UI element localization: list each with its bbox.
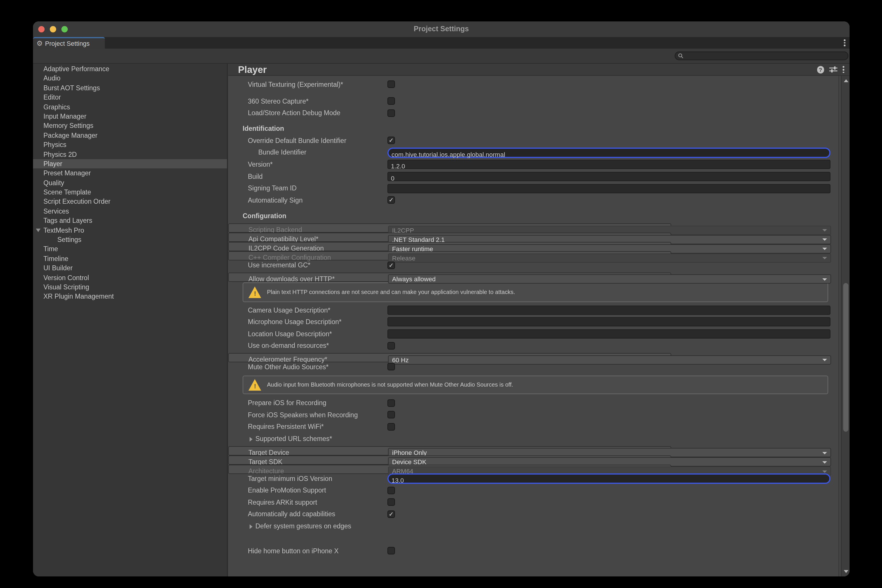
tab-strip-menu-icon[interactable] xyxy=(844,39,846,46)
sidebar-item-label: Player xyxy=(44,160,62,167)
checkbox-override-default-bundle-identifier[interactable]: ✓ xyxy=(388,137,395,144)
sidebar-item-input-manager[interactable]: Input Manager xyxy=(33,112,227,121)
dropdown-value: Always allowed xyxy=(392,276,436,282)
sidebar-item-editor[interactable]: Editor xyxy=(33,93,227,102)
dropdown-allow-downloads-over-http[interactable]: Always allowed xyxy=(388,274,831,284)
chevron-down-icon xyxy=(822,470,827,472)
pane-menu-icon[interactable] xyxy=(843,66,844,73)
textfield-signing-team-id[interactable] xyxy=(388,184,831,193)
setting-label: Use incremental GC* xyxy=(248,259,310,271)
sidebar-item-tags-and-layers[interactable]: Tags and Layers xyxy=(33,216,227,226)
toolbar xyxy=(33,49,850,64)
dropdown-value: Device SDK xyxy=(392,458,427,465)
sidebar-item-quality[interactable]: Quality xyxy=(33,178,227,188)
setting-label: Load/Store Action Debug Mode xyxy=(248,107,341,119)
sidebar-item-timeline[interactable]: Timeline xyxy=(33,254,227,264)
sidebar-item-label: Scene Template xyxy=(44,189,91,196)
textfield-input[interactable] xyxy=(388,332,830,340)
sidebar-item-package-manager[interactable]: Package Manager xyxy=(33,130,227,140)
chevron-down-icon xyxy=(822,238,827,241)
sidebar-item-services[interactable]: Services xyxy=(33,207,227,216)
textfield-bundle-identifier[interactable] xyxy=(388,147,831,158)
checkbox-hide-home-button-on-iphone-x[interactable] xyxy=(388,547,395,554)
foldout-collapsed-icon[interactable] xyxy=(249,524,252,529)
checkbox-360-stereo-capture[interactable] xyxy=(388,97,395,105)
sidebar-item-graphics[interactable]: Graphics xyxy=(33,102,227,112)
sidebar-item-label: Version Control xyxy=(44,274,89,281)
checkbox-load-store-action-debug-mode[interactable] xyxy=(388,110,395,117)
sidebar-item-time[interactable]: Time xyxy=(33,244,227,254)
sidebar-item-label: Adaptive Performance xyxy=(44,65,110,72)
setting-label: 360 Stereo Capture* xyxy=(248,95,309,107)
scrollbar-thumb[interactable] xyxy=(843,283,848,432)
dropdown-value: Faster runtime xyxy=(392,245,433,252)
textfield-camera-usage-description[interactable] xyxy=(388,306,831,315)
player-settings-pane: Player ? Virtual Texturing (Experimental… xyxy=(228,64,850,576)
row-version: Version* xyxy=(228,159,841,171)
sidebar-item-label: Physics 2D xyxy=(44,151,77,158)
textfield-input[interactable] xyxy=(388,186,830,194)
sidebar-item-audio[interactable]: Audio xyxy=(33,74,227,83)
sidebar-item-textmesh-pro[interactable]: TextMesh Pro xyxy=(33,225,227,235)
help-icon[interactable]: ? xyxy=(817,66,824,73)
setting-label: Automatically Sign xyxy=(248,195,303,206)
warning-icon: ! xyxy=(248,379,262,390)
row-360-stereo-capture: 360 Stereo Capture* xyxy=(228,95,841,107)
sidebar-item-script-execution-order[interactable]: Script Execution Order xyxy=(33,197,227,207)
textfield-input[interactable] xyxy=(388,162,830,171)
checkbox-use-on-demand-resources[interactable] xyxy=(388,342,395,350)
sidebar-item-version-control[interactable]: Version Control xyxy=(33,273,227,282)
vertical-scrollbar[interactable] xyxy=(841,76,850,576)
textfield-input[interactable] xyxy=(389,476,829,484)
presets-icon[interactable] xyxy=(829,66,837,73)
row-automatically-add-capabilities: Automatically add capabilities✓ xyxy=(228,508,841,520)
checkbox-prepare-ios-for-recording[interactable] xyxy=(388,399,395,406)
sidebar-item-physics[interactable]: Physics xyxy=(33,140,227,150)
textfield-version[interactable] xyxy=(388,160,831,169)
textfield-input[interactable] xyxy=(389,150,829,158)
checkbox-force-ios-speakers-when-recording[interactable] xyxy=(388,411,395,419)
foldout-expanded-icon[interactable] xyxy=(36,229,41,232)
window-title: Project Settings xyxy=(33,21,850,37)
search-input[interactable] xyxy=(686,52,842,59)
sidebar-item-physics-2d[interactable]: Physics 2D xyxy=(33,150,227,159)
sidebar-item-ui-builder[interactable]: UI Builder xyxy=(33,263,227,273)
textfield-build[interactable] xyxy=(388,172,831,181)
sidebar-item-burst-aot-settings[interactable]: Burst AOT Settings xyxy=(33,83,227,93)
tab-project-settings[interactable]: ⚙ Project Settings xyxy=(33,37,105,49)
sidebar-item-xr-plugin-management[interactable]: XR Plugin Management xyxy=(33,292,227,302)
sidebar-item-visual-scripting[interactable]: Visual Scripting xyxy=(33,282,227,292)
warning-text: Audio input from Bluetooth microphones i… xyxy=(267,381,513,388)
checkbox-requires-persistent-wifi[interactable] xyxy=(388,423,395,430)
scroll-down-icon[interactable] xyxy=(843,570,848,573)
chevron-down-icon xyxy=(822,248,827,250)
foldout-collapsed-icon[interactable] xyxy=(249,436,252,441)
textfield-location-usage-description[interactable] xyxy=(388,329,831,339)
sidebar-item-label: Script Execution Order xyxy=(44,198,110,205)
textfield-target-minimum-ios-version[interactable] xyxy=(388,473,831,484)
search-box[interactable] xyxy=(675,51,848,60)
project-settings-window: Project Settings ⚙ Project Settings Adap… xyxy=(33,21,850,576)
checkbox-use-incremental-gc[interactable]: ✓ xyxy=(388,261,395,269)
checkbox-requires-arkit-support[interactable] xyxy=(388,498,395,506)
section-label: Identification xyxy=(243,123,284,135)
setting-label: Version* xyxy=(248,159,273,171)
checkbox-mute-other-audio-sources[interactable] xyxy=(388,363,395,370)
textfield-input[interactable] xyxy=(388,174,830,182)
textfield-input[interactable] xyxy=(388,308,830,316)
checkbox-virtual-texturing-experimental[interactable] xyxy=(388,81,395,88)
sidebar-item-preset-manager[interactable]: Preset Manager xyxy=(33,169,227,178)
textfield-input[interactable] xyxy=(388,320,830,328)
textfield-microphone-usage-description[interactable] xyxy=(388,318,831,327)
scroll-up-icon[interactable] xyxy=(843,80,848,82)
setting-label: Build xyxy=(248,171,263,182)
sidebar-item-memory-settings[interactable]: Memory Settings xyxy=(33,121,227,131)
sidebar-item-player[interactable]: Player xyxy=(33,159,227,169)
sidebar-item-scene-template[interactable]: Scene Template xyxy=(33,188,227,197)
header-icons: ? xyxy=(817,66,844,73)
checkbox-automatically-sign[interactable]: ✓ xyxy=(388,196,395,204)
sidebar-item-settings[interactable]: Settings xyxy=(33,235,227,244)
sidebar-item-adaptive-performance[interactable]: Adaptive Performance xyxy=(33,64,227,74)
checkbox-enable-promotion-support[interactable] xyxy=(388,486,395,494)
checkbox-automatically-add-capabilities[interactable]: ✓ xyxy=(388,510,395,518)
